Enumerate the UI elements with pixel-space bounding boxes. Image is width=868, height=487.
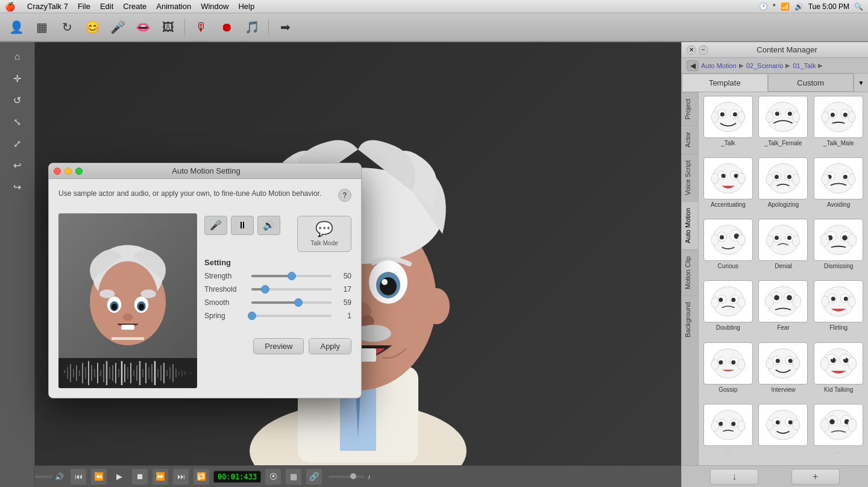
add-button[interactable]: + [791,469,840,485]
dialog-preview-panel [58,213,197,388]
controls-top-row: 🎤 ⏸ 🔊 💬 Talk Mode [204,216,351,252]
sidebar-tab-motion-clip[interactable]: Motion Clip [682,250,698,295]
svg-point-205 [829,419,835,424]
search-icon[interactable]: 🔍 [854,2,863,11]
smooth-track[interactable] [251,301,332,304]
content-manager-header: ✕ − Content Manager [682,42,868,58]
sidebar-tab-project[interactable]: Project [682,92,698,125]
preview-button[interactable]: Preview [253,338,304,354]
content-manager-minimize-button[interactable]: − [699,45,708,55]
undo-tool[interactable]: ↩ [7,156,28,175]
list-item[interactable]: ... [758,404,810,462]
record-audio-button[interactable]: 🎙 [190,16,213,39]
menu-edit[interactable]: Edit [100,2,113,11]
menu-app-name[interactable]: CrazyTalk 7 [27,2,68,11]
apple-menu-icon[interactable]: 🍎 [5,2,15,11]
list-item[interactable]: Doubting [702,280,754,338]
item-label: ... [781,448,785,454]
image-button[interactable]: 🖼 [157,16,180,39]
breadcrumb-back-button[interactable]: ◀ [687,60,699,71]
list-item[interactable]: Dismissing [813,219,864,277]
list-item[interactable]: ... [702,404,754,462]
stop-button[interactable]: ⏹ [131,468,148,485]
strength-thumb[interactable] [288,272,296,280]
list-item[interactable]: ... [813,404,864,462]
download-button[interactable]: ↓ [710,469,758,485]
record-pause-button[interactable]: ⏸ [231,216,254,235]
item-thumb-avoiding [814,157,863,200]
record-speaker-button[interactable]: 🔊 [257,216,280,235]
apply-button[interactable]: Apply [309,338,351,354]
fast-forward-button[interactable]: ⏭ [172,468,189,485]
record-video-button[interactable]: ⏺ [215,16,238,39]
speed-thumb[interactable] [350,473,356,479]
template-tab[interactable]: Template [682,74,768,92]
list-item[interactable]: Apologizing [758,157,810,215]
sidebar-tab-auto-motion[interactable]: Auto Motion [682,201,698,250]
list-item[interactable]: Curious [702,219,754,277]
tabs-dropdown-button[interactable]: ▼ [854,74,868,92]
spring-thumb[interactable] [248,312,256,320]
menu-file[interactable]: File [78,2,90,11]
fit-tool[interactable]: ⤢ [7,134,28,153]
list-item[interactable]: _Talk [702,96,754,154]
rotate-tool[interactable]: ↺ [7,90,28,110]
list-item[interactable]: Kid Talking [813,342,864,400]
move-tool[interactable]: ✛ [7,69,28,88]
help-button[interactable]: ? [338,189,351,202]
export-button[interactable]: ➡ [274,16,297,39]
sidebar-tab-voice-script[interactable]: Voice Script [682,154,698,201]
menu-help[interactable]: Help [238,2,254,11]
marker-button[interactable]: ⦿ [265,468,281,485]
list-item[interactable]: _Talk_Female [758,96,810,154]
mouth-button[interactable]: 👄 [131,16,154,39]
motion-button[interactable]: ↻ [55,16,78,39]
play-button[interactable]: ▶ [111,468,128,485]
home-tool[interactable]: ⌂ [7,47,28,66]
snap-button[interactable]: 🔗 [306,468,322,485]
auto-motion-dialog[interactable]: Auto Motion Setting Use sample actor and… [48,163,362,398]
list-item[interactable]: Flirting [813,280,864,338]
strength-track[interactable] [251,275,332,277]
breadcrumb-scenario[interactable]: 02_Scenario [746,62,784,69]
loop-button[interactable]: 🔁 [193,468,210,485]
content-manager-close-button[interactable]: ✕ [687,45,696,55]
svg-point-85 [733,112,737,116]
list-item[interactable]: Avoiding [813,157,864,215]
dialog-titlebar: Auto Motion Setting [49,163,361,179]
face-button[interactable]: 😊 [81,16,104,39]
list-item[interactable]: Denial [758,219,810,277]
voice-button[interactable]: 🎤 [106,16,129,39]
list-item[interactable]: Interview [758,342,810,400]
record-mic-button[interactable]: 🎤 [204,216,227,235]
step-forward-button[interactable]: ⏩ [152,468,169,485]
sidebar-tab-actor[interactable]: Actor [682,125,698,154]
menu-create[interactable]: Create [123,2,146,11]
list-item[interactable]: Fear [758,280,810,338]
scene-button[interactable]: ▦ [30,16,53,39]
redo-tool[interactable]: ↪ [7,177,28,196]
item-label: Apologizing [768,201,799,208]
sidebar-tab-background[interactable]: Background [682,295,698,344]
menu-animation[interactable]: Animation [156,2,191,11]
breadcrumb-talk[interactable]: 01_Talk [793,62,816,69]
grid-button[interactable]: ▦ [285,468,302,485]
talk-mode-button[interactable]: 💬 Talk Mode [297,216,351,252]
svg-point-207 [820,418,829,431]
threshold-thumb[interactable] [261,285,269,294]
rewind-to-start-button[interactable]: ⏮ [70,468,87,485]
list-item[interactable]: Accentuating [702,157,754,215]
breadcrumb-auto-motion[interactable]: Auto Motion [701,62,737,69]
list-item[interactable]: _Talk_Male [813,96,864,154]
step-back-button[interactable]: ⏪ [90,468,107,485]
smooth-thumb[interactable] [294,298,303,307]
scale-tool[interactable]: ⤡ [7,112,28,131]
custom-tab[interactable]: Custom [768,74,854,92]
spring-track[interactable] [251,315,332,317]
threshold-track[interactable] [251,288,332,291]
speed-track[interactable] [329,476,365,478]
actor-button[interactable]: 👤 [5,16,28,39]
list-item[interactable]: Gossip [702,342,754,400]
auto-button[interactable]: 🎵 [241,16,263,39]
menu-window[interactable]: Window [201,2,228,11]
